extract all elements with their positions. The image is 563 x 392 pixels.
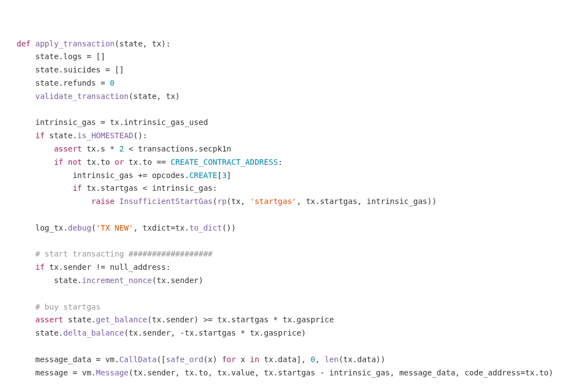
code-line: # buy startgas — [17, 302, 101, 311]
code-line: validate_transaction(state, tx) — [17, 92, 180, 101]
code-line: assert tx.s * 2 < transactions.secpk1n — [17, 144, 231, 153]
code-line: raise InsufficientStartGas(rp(tx, 'start… — [17, 197, 437, 206]
code-line: if state.is_HOMESTEAD(): — [17, 131, 147, 140]
code-line: intrinsic_gas = tx.intrinsic_gas_used — [17, 118, 208, 127]
code-line: state.refunds = 0 — [17, 79, 115, 87]
code-line: assert state.get_balance(tx.sender) >= t… — [17, 315, 334, 324]
code-line: message_data = vm.CallData([safe_ord(x) … — [17, 355, 385, 364]
code-line: if tx.startgas < intrinsic_gas: — [17, 184, 217, 192]
code-line: message = vm.Message(tx.sender, tx.to, t… — [17, 368, 553, 377]
code-line: state.suicides = [] — [17, 65, 124, 74]
code-block: def apply_transaction(state, tx): state.… — [17, 38, 546, 392]
code-line: def apply_transaction(state, tx): — [17, 39, 171, 48]
code-line: if tx.sender != null_address: — [17, 263, 171, 271]
code-line: # start transacting ################## — [17, 249, 213, 258]
code-line: intrinsic_gas += opcodes.CREATE[3] — [17, 171, 231, 180]
code-line: state.logs = [] — [17, 52, 105, 61]
code-line: if not tx.to or tx.to == CREATE_CONTRACT… — [17, 158, 283, 166]
code-line: log_tx.debug('TX NEW', txdict=tx.to_dict… — [17, 223, 236, 232]
code-line: state.delta_balance(tx.sender, -tx.start… — [17, 328, 306, 337]
code-line: state.increment_nonce(tx.sender) — [17, 276, 203, 285]
